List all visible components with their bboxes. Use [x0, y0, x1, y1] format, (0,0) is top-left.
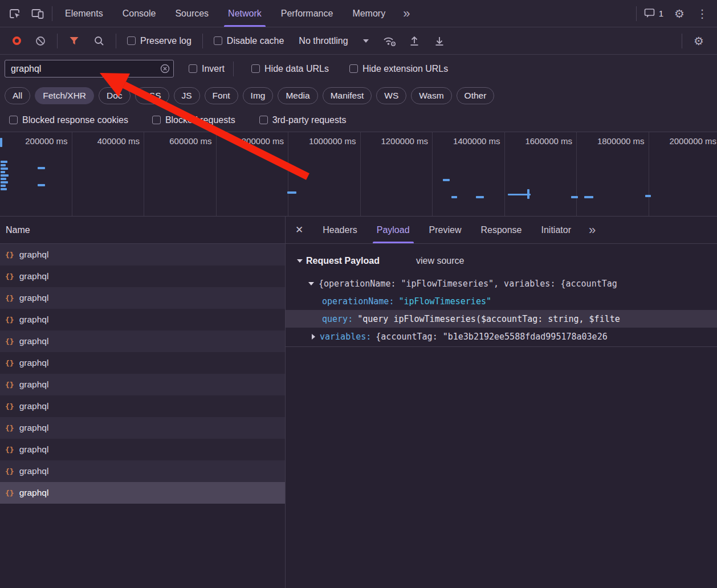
checkbox-box [127, 36, 136, 45]
request-name: graphql [19, 293, 49, 303]
request-row[interactable]: {} graphql [0, 460, 285, 482]
request-row[interactable]: {} graphql [0, 287, 285, 309]
network-overview-timeline[interactable]: 200000 ms400000 ms600000 ms800000 ms1000… [0, 132, 717, 217]
requests-list: {} graphql {} graphql {} graphql {} grap… [0, 244, 285, 588]
device-toolbar-icon[interactable] [26, 2, 49, 25]
preserve-log-checkbox[interactable]: Preserve log [121, 36, 197, 46]
view-source-link[interactable]: view source [416, 256, 464, 266]
advanced-filter-checkbox[interactable]: Blocked requests [146, 115, 241, 125]
request-row[interactable]: {} graphql [0, 374, 285, 395]
request-type-chip[interactable]: WS [376, 87, 406, 104]
fetch-xhr-icon: {} [5, 337, 14, 346]
request-type-chip[interactable]: Other [457, 87, 495, 104]
fetch-xhr-icon: {} [5, 446, 14, 454]
more-panels-icon[interactable]: » [395, 7, 418, 20]
divider [52, 6, 52, 21]
request-row[interactable]: {} graphql [0, 417, 285, 439]
request-type-chip[interactable]: Fetch/XHR [35, 87, 94, 104]
issues-bubble-icon [644, 8, 655, 19]
main-panel-tab[interactable]: Performance [271, 0, 343, 27]
clear-filter-icon[interactable] [160, 64, 170, 74]
filter-input[interactable] [10, 63, 160, 75]
request-payload-section[interactable]: Request Payload view source [286, 251, 717, 271]
divider [636, 6, 637, 21]
request-row[interactable]: {} graphql [0, 309, 285, 330]
request-row[interactable]: {} graphql [0, 482, 285, 504]
request-row[interactable]: {} graphql [0, 352, 285, 374]
fetch-xhr-icon: {} [5, 467, 14, 476]
details-tab[interactable]: Headers [313, 217, 366, 243]
import-har-icon[interactable] [403, 30, 426, 52]
main-panel-tab[interactable]: Network [218, 0, 271, 27]
main-panel-tab[interactable]: Console [113, 0, 166, 27]
more-details-tabs-icon[interactable]: » [581, 224, 604, 236]
fetch-xhr-icon: {} [5, 359, 14, 368]
name-column-header[interactable]: Name [0, 217, 285, 244]
advanced-filter-checkbox[interactable]: 3rd-party requests [254, 115, 352, 125]
hide-extension-urls-checkbox[interactable]: Hide extension URLs [344, 64, 454, 74]
clear-network-log-icon[interactable] [29, 30, 52, 52]
json-row-query[interactable]: query: "query ipFlowTimeseries($accountT… [286, 310, 717, 328]
json-root-row[interactable]: {operationName: "ipFlowTimeseries", vari… [286, 275, 717, 292]
request-row[interactable]: {} graphql [0, 439, 285, 460]
details-tab[interactable]: Payload [367, 217, 419, 243]
request-name: graphql [19, 315, 49, 325]
json-row-variables[interactable]: variables: {accountTag: "b1e3b2192ee5588… [286, 328, 717, 345]
fetch-xhr-icon: {} [5, 251, 14, 259]
main-tab-bar: ElementsConsoleSourcesNetworkPerformance… [0, 0, 717, 27]
fetch-xhr-icon: {} [5, 272, 14, 281]
request-type-chip[interactable]: Wasm [411, 87, 451, 104]
request-row[interactable]: {} graphql [0, 244, 285, 266]
network-conditions-icon[interactable] [378, 30, 401, 52]
request-name: graphql [19, 379, 49, 390]
request-type-chip[interactable]: All [5, 87, 30, 104]
issues-button[interactable]: 1 [639, 8, 668, 19]
divider [57, 34, 58, 48]
request-row[interactable]: {} graphql [0, 266, 285, 287]
main-panel-tab[interactable]: Memory [343, 0, 395, 27]
request-name: graphql [19, 488, 49, 498]
request-type-chip[interactable]: CSS [135, 87, 169, 104]
main-panel-tab[interactable]: Elements [55, 0, 113, 27]
throttling-dropdown[interactable]: No throttling [292, 36, 375, 46]
record-network-log-button[interactable] [13, 36, 21, 45]
hide-data-urls-checkbox[interactable]: Hide data URLs [246, 64, 335, 74]
json-key: variables: [320, 332, 371, 342]
issues-count: 1 [659, 9, 663, 18]
request-type-chip[interactable]: Manifest [323, 87, 372, 104]
more-menu-icon[interactable]: ⋮ [691, 2, 714, 25]
advanced-filter-checkbox[interactable]: Blocked response cookies [3, 115, 134, 125]
request-type-chip[interactable]: Doc [99, 87, 131, 104]
disable-cache-checkbox[interactable]: Disable cache [208, 36, 290, 46]
network-settings-gear-icon[interactable]: ⚙ [687, 30, 710, 52]
expand-triangle-icon[interactable] [308, 282, 314, 285]
details-tab[interactable]: Response [471, 217, 531, 243]
request-type-chip[interactable]: JS [174, 87, 200, 104]
request-name: graphql [19, 336, 49, 346]
settings-gear-icon[interactable]: ⚙ [668, 2, 691, 25]
json-row-operation-name[interactable]: operationName: "ipFlowTimeseries" [286, 292, 717, 310]
json-root-preview: {operationName: "ipFlowTimeseries", vari… [319, 279, 617, 289]
request-row[interactable]: {} graphql [0, 395, 285, 417]
requests-panel: Name {} graphql {} graphql {} graphql {}… [0, 217, 286, 588]
section-divider [286, 346, 717, 347]
inspect-element-icon[interactable] [3, 2, 26, 25]
request-type-chip[interactable]: Font [205, 87, 238, 104]
tabbar-right-cluster: 1 ⚙ ⋮ [633, 2, 714, 25]
close-details-icon[interactable]: ✕ [286, 224, 313, 236]
main-panel-tab[interactable]: Sources [165, 0, 218, 27]
details-tab-bar: ✕ HeadersPayloadPreviewResponseInitiator… [286, 217, 717, 244]
details-tab[interactable]: Initiator [532, 217, 581, 243]
request-name: graphql [19, 466, 49, 476]
request-type-chip[interactable]: Img [243, 87, 274, 104]
export-har-icon[interactable] [428, 30, 451, 52]
expand-triangle-icon[interactable] [312, 334, 315, 340]
details-tab[interactable]: Preview [419, 217, 471, 243]
search-icon[interactable] [88, 30, 111, 52]
request-name: graphql [19, 401, 49, 411]
invert-filter-checkbox[interactable]: Invert [183, 64, 230, 74]
filter-funnel-icon[interactable] [63, 30, 85, 52]
request-type-chip[interactable]: Media [278, 87, 317, 104]
advanced-filters-row: Blocked response cookies Blocked request… [0, 108, 717, 132]
request-row[interactable]: {} graphql [0, 330, 285, 352]
